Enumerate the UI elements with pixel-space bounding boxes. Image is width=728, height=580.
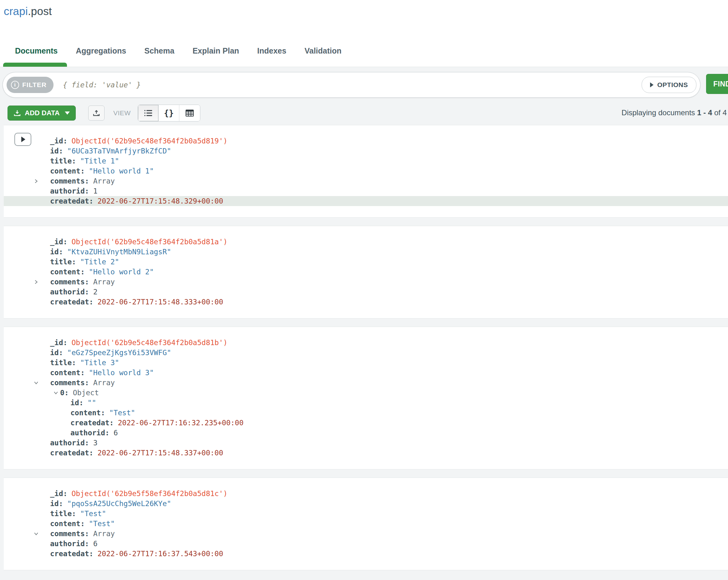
chevron-right-icon[interactable]	[33, 279, 50, 285]
field-row-id[interactable]: id:""	[4, 398, 728, 408]
field-value[interactable]: ObjectId('62b9e5f58ef364f2b0a5d81c')	[71, 489, 228, 498]
field-value[interactable]: Object	[73, 389, 99, 397]
field-row-title[interactable]: title:"Title 2"	[4, 257, 728, 267]
view-list-button[interactable]	[138, 105, 159, 121]
field-row-createdat[interactable]: createdat:2022-06-27T17:15:48.337+00:00	[4, 448, 728, 458]
field-key: title:	[50, 509, 76, 518]
chevron-down-icon[interactable]	[33, 531, 50, 536]
field-row-createdat[interactable]: createdat:2022-06-27T17:15:48.329+00:00	[4, 196, 728, 206]
field-row-content[interactable]: content:"Hello world 3"	[4, 368, 728, 378]
field-row-createdat[interactable]: createdat:2022-06-27T17:15:48.333+00:00	[4, 297, 728, 307]
field-row-_id[interactable]: _id:ObjectId('62b9e5c48ef364f2b0a5d81b')	[4, 337, 728, 348]
tab-schema[interactable]: Schema	[144, 46, 174, 55]
tab-indexes[interactable]: Indexes	[257, 46, 286, 55]
field-row-id[interactable]: id:"6UCa3TaTVmArfjyrBkZfCD"	[4, 146, 728, 156]
field-row-0[interactable]: 0:Object	[4, 388, 728, 398]
field-value[interactable]: 6	[93, 539, 98, 548]
add-data-button[interactable]: ADD DATA	[7, 105, 76, 121]
tab-bar: DocumentsAggregationsSchemaExplain PlanI…	[15, 46, 341, 55]
chevron-right-icon[interactable]	[33, 178, 50, 184]
field-value[interactable]: "eGz7SpeeZjKgsY6i53VWFG"	[67, 349, 171, 357]
field-value[interactable]: 2022-06-27T17:15:48.329+00:00	[97, 197, 223, 205]
field-value[interactable]: "Title 2"	[80, 258, 119, 266]
field-row-_id[interactable]: _id:ObjectId('62b9e5c48ef364f2b0a5d819')	[4, 136, 728, 146]
tab-aggregations[interactable]: Aggregations	[76, 46, 126, 55]
document-card: _id:ObjectId('62b9e5c48ef364f2b0a5d81a')…	[4, 226, 728, 319]
field-row-comments[interactable]: comments:Array	[4, 529, 728, 539]
field-row-content[interactable]: content:"Test"	[4, 408, 728, 418]
field-value[interactable]: 1	[93, 187, 98, 195]
field-row-id[interactable]: id:"pqoSsA25UcChg5WeL26KYe"	[4, 499, 728, 509]
export-collection-button[interactable]	[88, 105, 105, 121]
field-value[interactable]: ""	[88, 399, 96, 407]
field-value[interactable]: "KtvaZUHiVnytMbN9LiagsR"	[67, 248, 171, 256]
field-key: id:	[71, 399, 83, 407]
field-row-title[interactable]: title:"Test"	[4, 509, 728, 519]
field-row-title[interactable]: title:"Title 1"	[4, 156, 728, 166]
tab-validation[interactable]: Validation	[305, 46, 341, 55]
field-row-authorid[interactable]: authorid:3	[4, 438, 728, 448]
field-value[interactable]: 2	[93, 288, 98, 296]
field-row-createdat[interactable]: createdat:2022-06-27T17:16:37.543+00:00	[4, 549, 728, 559]
field-value[interactable]: "pqoSsA25UcChg5WeL26KYe"	[67, 500, 171, 508]
field-key: content:	[71, 409, 105, 417]
field-row-authorid[interactable]: authorid:6	[4, 539, 728, 549]
field-row-content[interactable]: content:"Hello world 2"	[4, 267, 728, 277]
expand-document-button[interactable]	[15, 133, 31, 146]
field-value[interactable]: "Title 3"	[80, 359, 119, 367]
field-row-_id[interactable]: _id:ObjectId('62b9e5c48ef364f2b0a5d81a')	[4, 237, 728, 247]
chevron-down-icon[interactable]	[33, 380, 50, 385]
field-value[interactable]: "Test"	[89, 520, 115, 528]
field-row-comments[interactable]: comments:Array	[4, 277, 728, 287]
field-row-title[interactable]: title:"Title 3"	[4, 358, 728, 368]
tab-explain-plan[interactable]: Explain Plan	[192, 46, 239, 55]
field-value[interactable]: Array	[93, 530, 115, 538]
field-value[interactable]: "Test"	[80, 509, 106, 518]
field-value[interactable]: ObjectId('62b9e5c48ef364f2b0a5d81b')	[71, 338, 228, 347]
find-button[interactable]: FIND	[706, 74, 728, 94]
field-row-comments[interactable]: comments:Array	[4, 176, 728, 186]
field-row-id[interactable]: id:"eGz7SpeeZjKgsY6i53VWFG"	[4, 348, 728, 358]
field-value[interactable]: "Hello world 1"	[89, 167, 154, 175]
chevron-down-icon[interactable]	[53, 390, 60, 396]
field-row-comments[interactable]: comments:Array	[4, 378, 728, 388]
field-value[interactable]: "6UCa3TaTVmArfjyrBkZfCD"	[67, 147, 171, 155]
field-value[interactable]: 2022-06-27T17:16:37.543+00:00	[97, 550, 223, 558]
field-value[interactable]: "Title 1"	[80, 157, 119, 165]
field-value[interactable]: 2022-06-27T17:15:48.333+00:00	[97, 298, 223, 306]
view-table-button[interactable]	[179, 105, 200, 121]
field-value[interactable]: Array	[93, 379, 115, 387]
view-json-button[interactable]: {}	[159, 105, 179, 121]
query-bar: i FILTER { field: 'value' } OPTIONS	[2, 72, 700, 98]
field-row-_id[interactable]: _id:ObjectId('62b9e5f58ef364f2b0a5d81c')	[4, 488, 728, 499]
field-key: comments:	[50, 379, 89, 387]
field-value[interactable]: 2022-06-27T17:15:48.337+00:00	[97, 449, 223, 457]
field-row-createdat[interactable]: createdat:2022-06-27T17:16:32.235+00:00	[4, 418, 728, 428]
filter-input[interactable]: { field: 'value' }	[63, 81, 642, 89]
field-value[interactable]: "Hello world 3"	[89, 369, 154, 377]
info-circle-icon: i	[11, 81, 19, 89]
field-value[interactable]: ObjectId('62b9e5c48ef364f2b0a5d819')	[71, 137, 228, 145]
field-key: _id:	[50, 489, 67, 498]
field-key: content:	[50, 167, 85, 175]
field-value[interactable]: "Test"	[109, 409, 135, 417]
field-row-authorid[interactable]: authorid:1	[4, 186, 728, 196]
field-value[interactable]: ObjectId('62b9e5c48ef364f2b0a5d81a')	[71, 238, 228, 246]
field-value[interactable]: 6	[113, 429, 118, 437]
field-value[interactable]: Array	[93, 278, 115, 286]
field-value[interactable]: "Hello world 2"	[89, 268, 154, 276]
field-row-authorid[interactable]: authorid:6	[4, 428, 728, 438]
documents-toolbar: ADD DATA VIEW {} Displ	[0, 102, 728, 122]
field-row-content[interactable]: content:"Test"	[4, 519, 728, 529]
tab-documents[interactable]: Documents	[15, 46, 58, 55]
active-tab-underline	[3, 62, 67, 67]
field-value[interactable]: Array	[93, 177, 115, 185]
list-view-icon	[144, 109, 153, 117]
field-row-authorid[interactable]: authorid:2	[4, 287, 728, 297]
field-value[interactable]: 2022-06-27T17:16:32.235+00:00	[118, 419, 243, 427]
collection-header: crapi.post DocumentsAggregationsSchemaEx…	[0, 0, 728, 67]
field-value[interactable]: 3	[93, 439, 98, 447]
options-button[interactable]: OPTIONS	[642, 77, 696, 93]
field-row-id[interactable]: id:"KtvaZUHiVnytMbN9LiagsR"	[4, 247, 728, 257]
field-row-content[interactable]: content:"Hello world 1"	[4, 166, 728, 176]
